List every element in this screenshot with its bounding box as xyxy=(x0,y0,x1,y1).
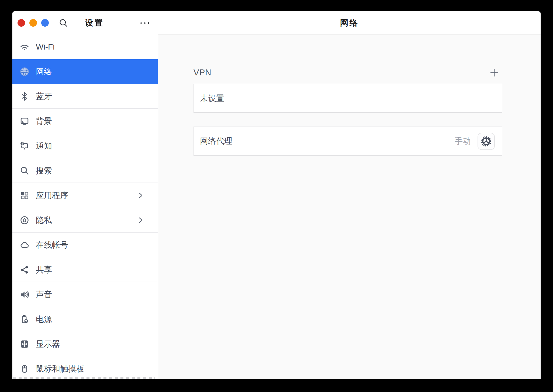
maximize-button[interactable] xyxy=(41,19,49,27)
sidebar-item-displays[interactable]: 显示器 xyxy=(12,332,158,356)
privacy-icon xyxy=(20,215,29,225)
sidebar-item-network[interactable]: 网络 xyxy=(12,59,158,84)
network-proxy-row: 网络代理 手动 xyxy=(193,127,502,156)
online-accounts-icon xyxy=(20,240,29,250)
sidebar-item-search[interactable]: 搜索 xyxy=(12,158,158,183)
search-icon[interactable] xyxy=(59,18,68,27)
bluetooth-icon xyxy=(20,92,29,101)
add-vpn-button[interactable] xyxy=(489,67,500,78)
sidebar: 设置 Wi-Fi 网络 蓝牙 背景 xyxy=(12,11,158,379)
vpn-heading: VPN xyxy=(193,68,212,78)
power-icon xyxy=(20,314,29,324)
sidebar-list: Wi-Fi 网络 蓝牙 背景 通知 xyxy=(12,34,158,376)
page-title: 网络 xyxy=(340,17,359,29)
wifi-icon xyxy=(20,42,29,52)
sidebar-item-sharing[interactable]: 共享 xyxy=(12,257,158,282)
sharing-icon xyxy=(20,265,29,275)
sidebar-item-notifications[interactable]: 通知 xyxy=(12,134,158,158)
proxy-settings-button[interactable] xyxy=(478,133,495,150)
proxy-value: 手动 xyxy=(455,136,471,147)
sidebar-item-power[interactable]: 电源 xyxy=(12,307,158,332)
settings-window: 设置 Wi-Fi 网络 蓝牙 背景 xyxy=(12,11,541,379)
chevron-right-icon xyxy=(138,216,144,224)
sidebar-item-bluetooth[interactable]: 蓝牙 xyxy=(12,84,158,109)
background-icon xyxy=(20,116,29,126)
displays-icon xyxy=(20,339,29,349)
search-icon xyxy=(20,166,29,176)
sound-icon xyxy=(20,290,29,299)
app-title: 设置 xyxy=(74,11,115,34)
notifications-icon xyxy=(20,141,29,151)
sidebar-item-online-accounts[interactable]: 在线帐号 xyxy=(12,233,158,257)
sidebar-item-wifi[interactable]: Wi-Fi xyxy=(12,34,158,59)
minimize-button[interactable] xyxy=(29,19,37,27)
mouse-icon xyxy=(20,364,29,374)
applications-icon xyxy=(20,191,29,200)
network-globe-icon xyxy=(20,67,29,76)
chevron-right-icon xyxy=(138,192,144,199)
main-headerbar: 网络 xyxy=(158,11,541,35)
sidebar-item-background[interactable]: 背景 xyxy=(12,109,158,134)
sidebar-titlebar: 设置 xyxy=(12,11,158,34)
proxy-label: 网络代理 xyxy=(200,136,232,147)
sidebar-item-mouse[interactable]: 鼠标和触摸板 xyxy=(12,356,158,376)
vpn-section-header: VPN xyxy=(193,66,502,79)
sidebar-item-sound[interactable]: 声音 xyxy=(12,282,158,307)
sidebar-item-applications[interactable]: 应用程序 xyxy=(12,183,158,208)
close-button[interactable] xyxy=(18,19,25,27)
more-options-icon[interactable] xyxy=(139,11,151,34)
vpn-empty-label: 未设置 xyxy=(200,93,224,104)
vpn-empty-row: 未设置 xyxy=(193,84,502,113)
main-panel: 网络 VPN 未设置 网络代理 手动 xyxy=(158,11,541,379)
sidebar-item-privacy[interactable]: 隐私 xyxy=(12,208,158,233)
